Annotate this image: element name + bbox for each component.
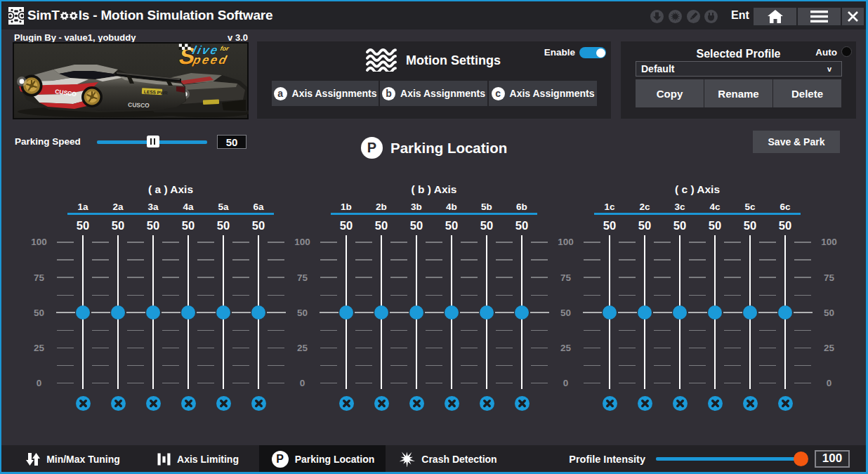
svg-text:CUSCO: CUSCO	[128, 101, 150, 109]
svg-text:peed: peed	[191, 53, 230, 67]
